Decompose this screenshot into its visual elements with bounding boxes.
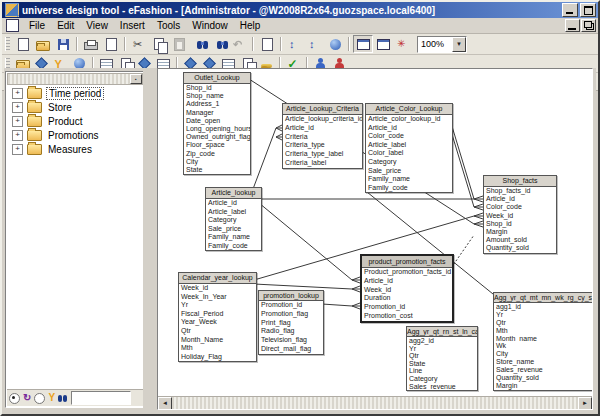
menu-file[interactable]: File (23, 18, 51, 33)
export-universe-button[interactable] (285, 35, 305, 53)
table-header[interactable]: Agg_yr_qt_mt_mn_wk_rg_cy_sn_sr_qt_ma (494, 293, 593, 303)
import-universe-button[interactable] (305, 35, 325, 53)
table-column[interactable]: Color_label (366, 149, 452, 158)
table-column[interactable]: Sales_revenue (407, 383, 477, 391)
open-button[interactable] (33, 35, 53, 53)
menu-help[interactable]: Help (234, 18, 267, 33)
table-column[interactable]: Family_code (206, 242, 261, 251)
table-header[interactable]: Article_Lookup_Criteria (283, 104, 362, 115)
table-column[interactable]: Sales_revenue (494, 366, 593, 374)
table-column[interactable]: Month_Name (179, 336, 256, 345)
sidebar-item-time-period[interactable]: +Time period (8, 86, 142, 100)
table-agg_yr_qt_rn_st_ln_ca_sr[interactable]: Agg_yr_qt_rn_st_ln_ca_sragg2_idYrQtrStat… (406, 326, 478, 391)
table-column[interactable]: Article_id (283, 124, 362, 133)
table-column[interactable]: Margin (484, 228, 556, 236)
sidebar-item-store[interactable]: +Store (8, 100, 142, 114)
table-column[interactable]: Floor_space (184, 141, 250, 149)
table-column[interactable]: Qtr (407, 352, 477, 360)
copy-button[interactable] (149, 35, 169, 53)
table-column[interactable]: Quantity_sold (484, 244, 556, 252)
table-column[interactable]: Week_id (179, 284, 256, 293)
table-column[interactable]: Yr (179, 301, 256, 310)
document-icon[interactable] (6, 19, 19, 32)
undo-button[interactable] (229, 35, 249, 53)
table-column[interactable]: Shop_id (484, 220, 556, 228)
save-button[interactable] (53, 35, 73, 53)
find-next-button[interactable] (209, 35, 229, 53)
table-article_color_lookup[interactable]: Article_Color_LookupArticle_color_lookup… (365, 103, 453, 193)
table-column[interactable]: Color_code (484, 203, 556, 211)
table-column[interactable]: Shop_facts_id (484, 187, 556, 195)
table-column[interactable]: Store_name (494, 358, 593, 366)
table-header[interactable]: Article_Color_Lookup (366, 104, 452, 115)
maximize-button[interactable] (580, 3, 596, 17)
table-article_lookup_criteria[interactable]: Article_Lookup_CriteriaArticle_lookup_cr… (282, 103, 363, 169)
table-header[interactable]: Calendar_year_lookup (179, 273, 256, 284)
table-browser-button[interactable] (353, 35, 373, 53)
table-column[interactable]: Criteria (283, 133, 362, 142)
table-column[interactable]: agg2_id (407, 337, 477, 345)
table-column[interactable]: Product_promotion_facts_id (362, 268, 452, 277)
expand-icon[interactable]: + (12, 102, 23, 113)
scroll-right-icon[interactable]: ► (578, 397, 592, 410)
zoom-combo[interactable]: 100% ▼ (417, 36, 467, 53)
menu-insert[interactable]: Insert (114, 18, 151, 33)
toolbar-grip[interactable] (5, 37, 10, 51)
table-column[interactable]: Article_label (206, 208, 261, 217)
sidebar-item-measures[interactable]: +Measures (8, 142, 142, 156)
table-column[interactable]: Quantity_sold (494, 374, 593, 382)
print-preview-button[interactable] (101, 35, 121, 53)
table-column[interactable]: Family_code (366, 184, 452, 193)
table-column[interactable]: Article_id (366, 124, 452, 133)
table-column[interactable]: Manager (184, 109, 250, 117)
conditions-view-radio[interactable] (34, 393, 45, 404)
table-column[interactable]: Line (407, 367, 477, 375)
table-column[interactable]: Criteria_type (283, 141, 362, 150)
table-header[interactable]: promotion_lookup (259, 291, 323, 301)
scroll-left-icon[interactable]: ◄ (158, 397, 172, 410)
join-line[interactable] (322, 304, 352, 306)
table-column[interactable]: Article_id (206, 199, 261, 208)
table-header[interactable]: product_promotion_facts (362, 256, 452, 268)
table-column[interactable]: Yr (494, 311, 593, 319)
table-agg_yr_qt_mt_mn_wk_rg_cy_sn_sr_qt_ma[interactable]: Agg_yr_qt_mt_mn_wk_rg_cy_sn_sr_qt_maagg1… (493, 292, 593, 391)
table-column[interactable]: Color_code (366, 132, 452, 141)
table-column[interactable]: Article_lookup_criteria_id (283, 115, 362, 124)
table-column[interactable]: Family_name (206, 233, 261, 242)
table-header[interactable]: Shop_facts (484, 176, 556, 187)
parameters-button[interactable] (257, 35, 277, 53)
table-column[interactable]: Mth (179, 344, 256, 353)
table-column[interactable]: Margin (494, 382, 593, 390)
table-calendar_year_lookup[interactable]: Calendar_year_lookupWeek_idWeek_In_YearY… (178, 272, 257, 362)
mdi-restore-button[interactable] (581, 19, 596, 32)
table-column[interactable]: Shop_name (184, 92, 250, 100)
join-line[interactable] (451, 131, 474, 207)
table-column[interactable]: Sale_price (206, 225, 261, 234)
table-column[interactable]: Direct_mail_flag (259, 345, 323, 354)
table-column[interactable]: Family_name (366, 175, 452, 184)
expand-icon[interactable]: + (12, 116, 23, 127)
sidebar-item-promotions[interactable]: +Promotions (8, 128, 142, 142)
expand-icon[interactable]: + (12, 144, 23, 155)
table-column[interactable]: Date_open (184, 117, 250, 125)
table-column[interactable]: Qtr (179, 327, 256, 336)
scrollbar-button[interactable]: ▪ (130, 74, 142, 84)
table-column[interactable]: Radio_flag (259, 327, 323, 336)
classes-view-radio[interactable] (9, 393, 20, 404)
table-column[interactable]: Long_opening_hours_flag (184, 125, 250, 133)
table-column[interactable]: Shop_id (184, 84, 250, 92)
table-column[interactable]: Year_Week (179, 318, 256, 327)
table-column[interactable]: Address_1 (184, 100, 250, 108)
table-column[interactable]: Holiday_Flag (179, 353, 256, 362)
table-column[interactable]: Article_id (484, 195, 556, 203)
tree-search-input[interactable] (71, 391, 131, 405)
table-header[interactable]: Agg_yr_qt_rn_st_ln_ca_sr (407, 327, 477, 337)
table-column[interactable]: Category (366, 158, 452, 167)
table-outlet_lookup[interactable]: Outlet_LookupShop_idShop_nameAddress_1Ma… (183, 72, 251, 175)
table-column[interactable]: Week_id (484, 212, 556, 220)
table-column[interactable]: Promotion_flag (259, 310, 323, 319)
table-column[interactable]: Sale_price (366, 167, 452, 176)
table-column[interactable]: Criteria_label (283, 159, 362, 168)
table-column[interactable]: Category (206, 216, 261, 225)
table-column[interactable]: Duration (362, 294, 452, 303)
